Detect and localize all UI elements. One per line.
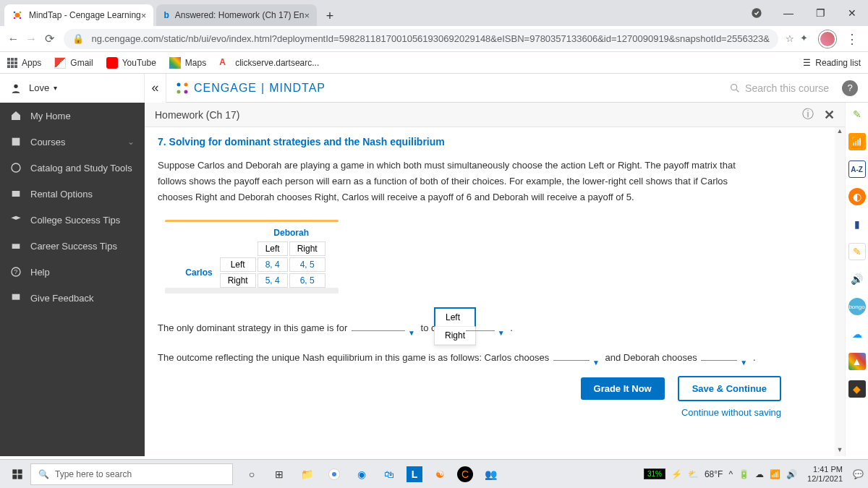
drive-tool-icon[interactable]: ▲ xyxy=(848,353,866,370)
rss-tool-icon[interactable]: 📶 xyxy=(848,133,866,150)
dropdown-option-left[interactable]: Left xyxy=(434,307,476,327)
audio-tool-icon[interactable]: 🔊 xyxy=(848,270,866,288)
dropdown-menu-open[interactable]: Left Right xyxy=(434,307,476,346)
continue-without-saving-link[interactable]: Continue without saving xyxy=(158,407,781,418)
orange-tool-icon[interactable]: ◐ xyxy=(848,188,866,205)
url-bar[interactable]: 🔒 ng.cengage.com/static/nb/ui/evo/index.… xyxy=(64,29,778,49)
user-menu[interactable]: Love ▾ xyxy=(0,74,145,103)
mindtap-favicon xyxy=(12,9,23,21)
store-icon[interactable]: 🛍 xyxy=(379,464,399,484)
task-view-icon[interactable]: ⊞ xyxy=(269,464,289,484)
weather-icon[interactable]: ⛅ xyxy=(688,469,699,479)
maximize-button[interactable]: ❐ xyxy=(804,0,836,26)
c-app-icon[interactable]: C xyxy=(457,466,473,482)
reading-list-button[interactable]: ☰ Reading list xyxy=(803,58,861,68)
scroll-down-icon[interactable]: ▼ xyxy=(835,446,845,456)
edge-icon[interactable]: ◉ xyxy=(352,464,372,484)
explorer-icon[interactable]: 📁 xyxy=(297,464,317,484)
svg-point-9 xyxy=(177,90,181,93)
info-icon[interactable]: ⓘ xyxy=(802,107,814,122)
bookmark-gmail[interactable]: Gmail xyxy=(54,57,93,69)
sidebar-item-college-tips[interactable]: College Success Tips xyxy=(0,207,145,233)
dropdown-player[interactable]: ▼ xyxy=(352,330,405,331)
row-right: Right xyxy=(220,273,256,288)
cortana-icon[interactable]: ○ xyxy=(242,464,262,484)
save-continue-button[interactable]: Save & Continue xyxy=(678,376,781,401)
dropdown-option-right[interactable]: Right xyxy=(435,327,475,345)
sidebar-item-catalog[interactable]: Catalog and Study Tools xyxy=(0,155,145,181)
grade-button[interactable]: Grade It Now xyxy=(581,377,665,400)
notifications-icon[interactable]: 💬 xyxy=(853,469,864,479)
dark-tool-icon[interactable]: ◆ xyxy=(848,380,866,398)
lock-icon: 🔒 xyxy=(72,33,84,44)
dropdown-carlos[interactable]: ▼ xyxy=(553,360,590,361)
new-tab-button[interactable]: + xyxy=(320,6,340,26)
wifi-icon[interactable]: 📶 xyxy=(770,469,780,479)
right-tool-rail: ✎ 📶 A-Z ◐ ▮ ✎ 🔊 bongo ☁ ▲ ◆ xyxy=(845,103,868,456)
sidebar-item-rental[interactable]: Rental Options xyxy=(0,181,145,207)
scroll-up-icon[interactable]: ▲ xyxy=(835,127,845,137)
chevron-down-icon: ▼ xyxy=(740,359,747,367)
temperature[interactable]: 68°F xyxy=(705,469,723,479)
sidebar: My Home Courses⌄ Catalog and Study Tools… xyxy=(0,103,145,456)
chevron-up-icon[interactable]: ^ xyxy=(728,469,733,479)
profile-avatar[interactable] xyxy=(819,30,836,48)
browser-tab-active[interactable]: MindTap - Cengage Learning × xyxy=(4,4,153,26)
svg-point-6 xyxy=(14,84,17,87)
extensions-icon[interactable]: ✦ xyxy=(800,33,813,46)
close-tab-icon[interactable]: × xyxy=(304,10,310,21)
cell-ll: 8, 4 xyxy=(258,257,288,272)
sidebar-item-career-tips[interactable]: Career Success Tips xyxy=(0,233,145,259)
cloud-tool-icon[interactable]: ☁ xyxy=(848,325,866,343)
sidebar-item-courses[interactable]: Courses⌄ xyxy=(0,129,145,155)
search-icon: 🔍 xyxy=(38,469,49,479)
cloud-sync-icon[interactable]: ☁ xyxy=(755,469,764,479)
check-icon[interactable] xyxy=(741,0,773,26)
bookmark-maps[interactable]: Maps xyxy=(169,57,206,69)
apps-shortcut[interactable]: Apps xyxy=(7,58,41,68)
sidebar-item-home[interactable]: My Home xyxy=(0,103,145,129)
search-course-input[interactable]: Search this course xyxy=(729,82,829,94)
collapse-sidebar-button[interactable]: « xyxy=(145,74,166,103)
l-app-icon[interactable]: L xyxy=(407,466,422,482)
svg-point-5 xyxy=(752,8,761,17)
back-button[interactable]: ← xyxy=(6,29,21,49)
forward-button[interactable]: → xyxy=(24,29,39,49)
cengage-brand: CENGAGE | MINDTAP xyxy=(175,81,326,95)
minimize-button[interactable]: — xyxy=(773,0,804,26)
highlighter-tool-icon[interactable]: ✎ xyxy=(848,106,866,123)
notes-tool-icon[interactable]: ✎ xyxy=(848,243,866,260)
browser-tab-inactive[interactable]: b Answered: Homework (Ch 17) En × xyxy=(156,4,317,26)
close-window-button[interactable]: ✕ xyxy=(836,0,868,26)
dropdown-action[interactable]: ▼ xyxy=(466,330,495,331)
glossary-tool-icon[interactable]: A-Z xyxy=(848,160,866,178)
svg-point-2 xyxy=(20,12,22,14)
help-button[interactable]: ? xyxy=(842,80,858,96)
taskbar-search[interactable]: 🔍 Type here to search xyxy=(30,463,233,485)
vertical-scrollbar[interactable]: ▲ ▼ xyxy=(835,127,845,456)
bongo-tool-icon[interactable]: bongo xyxy=(848,298,866,315)
star-icon[interactable]: ☆ xyxy=(786,33,794,44)
dropdown-deborah[interactable]: ▼ xyxy=(701,360,737,361)
close-assignment-icon[interactable]: ✕ xyxy=(824,107,835,123)
start-button[interactable] xyxy=(4,461,30,487)
book-tool-icon[interactable]: ▮ xyxy=(848,215,866,233)
volume-icon[interactable]: 🔊 xyxy=(786,469,797,479)
app-icon[interactable]: ☯ xyxy=(430,464,450,484)
close-tab-icon[interactable]: × xyxy=(141,10,147,21)
teams-icon[interactable]: 👥 xyxy=(480,464,501,484)
reload-button[interactable]: ⟳ xyxy=(42,29,57,49)
sidebar-item-feedback[interactable]: Give Feedback xyxy=(0,285,145,311)
user-icon xyxy=(10,82,22,94)
bookmark-clickserve[interactable]: Aclickserve.dartsearc... xyxy=(219,57,319,69)
battery-indicator[interactable]: 31% xyxy=(644,468,665,479)
kebab-menu-icon[interactable]: ⋮ xyxy=(842,31,862,47)
matrix-scrollbar[interactable]: ◄► xyxy=(169,287,334,294)
battery-icon[interactable]: 🔋 xyxy=(739,469,749,479)
question-container: 7. Solving for dominant strategies and t… xyxy=(145,127,845,456)
sidebar-item-help[interactable]: ?Help xyxy=(0,259,145,285)
clock[interactable]: 1:41 PM 12/1/2021 xyxy=(807,465,843,482)
chrome-icon[interactable] xyxy=(324,464,344,484)
bookmark-youtube[interactable]: YouTube xyxy=(106,57,156,69)
sentence-1: The only dominant strategy in this game … xyxy=(158,322,832,333)
